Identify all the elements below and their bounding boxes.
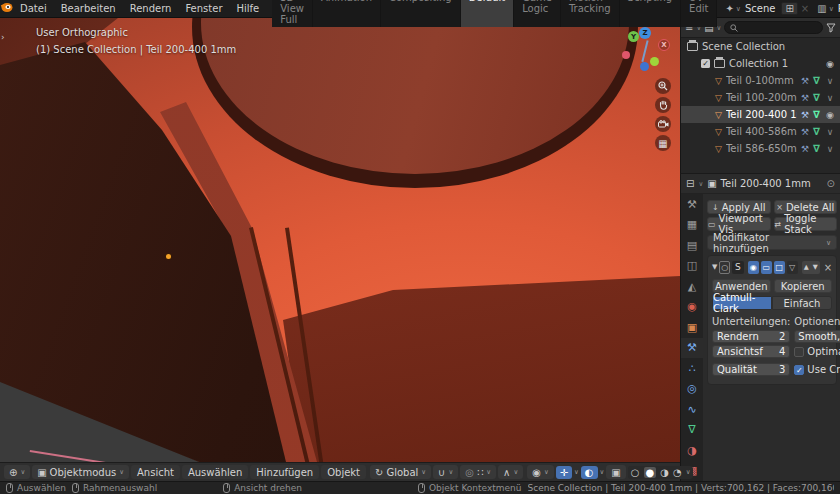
tab-particles[interactable]: ∴ — [681, 358, 703, 379]
tab-object[interactable]: ▣ — [681, 317, 703, 338]
chevron-down-icon[interactable]: ∨ — [686, 468, 691, 476]
chevron-down-icon[interactable]: ∨ — [829, 5, 834, 13]
outliner-row-teil-0-100[interactable]: ▽ Teil 0-100mm ⚒ ∇ ∨ — [681, 72, 840, 89]
axis-x-negative-handle[interactable] — [622, 51, 630, 59]
proportional-editing-toggle[interactable]: ◎ ∷ ∨ — [460, 465, 496, 479]
shading-wireframe-button[interactable]: ○ — [631, 467, 640, 478]
menu-auswaehlen[interactable]: Auswählen — [182, 465, 248, 479]
tab-view-layer[interactable]: ◫ — [681, 256, 703, 277]
mode-dropdown[interactable]: ▣ Objektmodus ∨ — [32, 465, 129, 479]
optimal-display-checkbox[interactable] — [794, 347, 804, 357]
expand-triangle-icon[interactable]: ▼ — [712, 263, 717, 271]
outliner-row-scene-collection[interactable]: Scene Collection — [681, 38, 840, 55]
camera-view-button[interactable] — [655, 116, 671, 132]
tab-object-data[interactable]: ∇ — [681, 420, 703, 441]
uv-smooth-dropdown[interactable]: Smooth, kee.. ∨ — [794, 330, 840, 343]
shading-rendered-button[interactable]: ◔ — [673, 467, 682, 478]
quality-field[interactable]: Qualität 3 — [712, 363, 790, 376]
chevron-down-icon[interactable]: ∨ — [574, 468, 579, 476]
eye-closed-icon[interactable]: ∨ — [824, 144, 836, 154]
editor-type-icon[interactable]: ⊟ — [686, 178, 694, 189]
tab-animation[interactable]: Animation — [313, 0, 381, 27]
tab-render[interactable]: ▦ — [681, 215, 703, 236]
tab-tool[interactable]: ⚒ — [681, 194, 703, 215]
axis-z-handle[interactable]: Z — [639, 27, 651, 39]
outliner-row-teil-586-650[interactable]: ▽ Teil 586-650mm ⚒ ∇ ∨ — [681, 140, 840, 157]
zoom-button[interactable] — [655, 78, 671, 94]
tab-material[interactable]: ◑ — [681, 440, 703, 461]
use-creases-checkbox[interactable]: ✓ — [794, 365, 804, 375]
tab-default[interactable]: Default — [461, 0, 515, 27]
eye-open-icon[interactable]: ◉ — [824, 59, 836, 69]
axis-z-negative-handle[interactable] — [640, 62, 649, 71]
menu-bearbeiten[interactable]: Bearbeiten — [54, 1, 123, 16]
tab-modifiers-wrench-icon[interactable]: ⚒ — [681, 338, 703, 359]
eye-closed-icon[interactable]: ∨ — [824, 127, 836, 137]
realtime-toggle[interactable]: ▭ — [761, 261, 772, 274]
tab-compositing[interactable]: Compositing — [381, 0, 461, 27]
move-up-button[interactable]: ▲ — [802, 261, 811, 274]
menu-hilfe[interactable]: Hilfe — [230, 1, 267, 16]
chevron-down-icon[interactable]: ∨ — [698, 180, 703, 188]
add-modifier-dropdown[interactable]: Modifikator hinzufügen ∨ — [707, 235, 837, 250]
xray-toggle[interactable]: ▣ — [606, 465, 625, 479]
tab-game-logic[interactable]: Game Logic — [514, 0, 561, 27]
editmode-toggle[interactable]: □ — [774, 261, 785, 274]
render-toggle[interactable]: ◉ — [748, 261, 759, 274]
snap-toggle[interactable]: ∪ ∨ — [433, 465, 458, 479]
viewport-subdivisions-field[interactable]: Ansichtsf 4 — [712, 345, 790, 358]
viewport-vis-button[interactable]: ▭ Viewport Vis — [707, 217, 771, 231]
axis-y-negative-handle[interactable] — [650, 57, 659, 66]
eye-closed-icon[interactable]: ∨ — [824, 93, 836, 103]
tab-uv-edit[interactable]: UV Edit — [681, 0, 717, 27]
axis-y-handle[interactable]: Y — [628, 31, 639, 42]
menu-rendern[interactable]: Rendern — [123, 1, 179, 16]
overlays-toggle[interactable]: ◐ — [581, 466, 598, 479]
apply-all-button[interactable]: ↓ Apply All — [707, 200, 771, 214]
tab-motion-tracking[interactable]: Motion Tracking — [561, 0, 620, 27]
tab-scripting[interactable]: Scripting — [620, 0, 681, 27]
cage-toggle[interactable]: ▽ — [787, 261, 798, 274]
toolbar-toggle-arrow-icon[interactable]: › — [1, 32, 5, 42]
gizmos-toggle[interactable]: ✛ — [556, 466, 572, 479]
toggle-stack-button[interactable]: ⇄ Toggle Stack — [774, 217, 838, 231]
einfach-button[interactable]: Einfach — [772, 296, 832, 310]
collection-checkbox[interactable]: ✓ — [701, 59, 710, 68]
tab-world[interactable]: ◉ — [681, 297, 703, 318]
move-down-button[interactable]: ▼ — [811, 261, 820, 274]
delete-modifier-button[interactable]: × — [824, 262, 832, 273]
menu-fenster[interactable]: Fenster — [178, 1, 229, 16]
tab-scene[interactable]: ◭ — [681, 276, 703, 297]
tab-output[interactable]: ▤ — [681, 235, 703, 256]
outliner-row-teil-400-586[interactable]: ▽ Teil 400-586mm ⚒ ∇ ∨ — [681, 123, 840, 140]
search-input[interactable] — [724, 21, 823, 34]
outliner-row-teil-200-400-active[interactable]: ▽ Teil 200-400 1mm ⚒ ∇ ◉ — [681, 106, 840, 123]
perspective-grid-button[interactable]: ▦ — [655, 135, 671, 151]
chevron-down-icon[interactable]: ∨ — [600, 468, 605, 476]
scene-name[interactable]: Scene — [745, 3, 776, 14]
eye-open-icon[interactable]: ◉ — [824, 110, 836, 120]
editor-type-button[interactable]: ⊕ ∨ — [4, 465, 30, 479]
shading-material-button[interactable]: ◑ — [660, 467, 669, 478]
anwenden-button[interactable]: Anwenden — [712, 279, 771, 293]
scene-copy-button[interactable]: ⊞ — [781, 2, 797, 15]
catmull-clark-button[interactable]: Catmull-Clark — [712, 296, 772, 310]
modifier-name-field[interactable]: S — [732, 261, 744, 274]
menu-ansicht[interactable]: Ansicht — [131, 465, 180, 479]
menu-datei[interactable]: Datei — [13, 1, 54, 16]
outliner-row-collection-1[interactable]: ✓ Collection 1 ◉ — [681, 55, 840, 72]
shading-solid-button[interactable]: ● — [644, 467, 657, 478]
transform-orientation-dropdown[interactable]: ↻ Global ∨ — [370, 465, 431, 479]
tab-constraints[interactable]: ∿ — [681, 399, 703, 420]
visibility-dropdown[interactable]: ◉ ∨ — [527, 465, 554, 479]
filter-icon[interactable] — [826, 23, 836, 33]
outliner-row-teil-100-200[interactable]: ▽ Teil 100-200mm ⚒ ∇ ∨ — [681, 89, 840, 106]
axis-x-handle[interactable]: X — [658, 39, 670, 51]
3d-viewport[interactable]: User Orthographic (1) Scene Collection |… — [0, 18, 680, 462]
falloff-dropdown[interactable]: ∧ ∨ — [498, 465, 523, 479]
pin-icon[interactable]: ⊙ — [827, 178, 835, 189]
move-view-hand-button[interactable] — [655, 97, 671, 113]
menu-hinzufuegen[interactable]: Hinzufügen — [250, 465, 319, 479]
render-subdivisions-field[interactable]: Rendern 2 — [712, 330, 790, 343]
scene-icon[interactable]: ✦ — [725, 3, 733, 14]
